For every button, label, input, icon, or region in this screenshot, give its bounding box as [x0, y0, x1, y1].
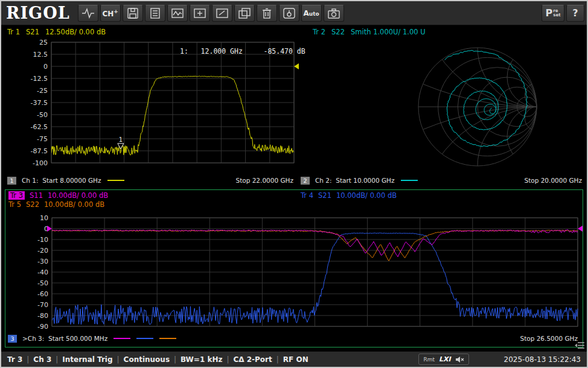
statusbar: Tr 3|Ch 3|Internal Trig|Continuous|BW=1 … — [1, 351, 587, 367]
preset-button[interactable]: P reset — [542, 5, 564, 22]
help-button[interactable]: ? — [566, 5, 584, 22]
svg-text:-50: -50 — [37, 111, 48, 119]
tr1-plot[interactable]: 2512.50-12.5-25-37.5-50-62.5-75-87.5-100… — [5, 39, 299, 167]
trace1-scale: 12.50dB/ 0.00 dB — [45, 28, 106, 36]
remote-indicator-box: Rmt LXI — [418, 354, 468, 365]
trace5-format: S22 — [26, 200, 39, 209]
cal-button[interactable] — [145, 5, 165, 22]
delete-button[interactable] — [257, 5, 277, 22]
channel3-badge[interactable]: 3 — [8, 335, 17, 343]
trace3-label[interactable]: Tr 3 — [8, 191, 25, 200]
channel2-badge[interactable]: 2 — [301, 177, 310, 185]
trace5-swatch — [159, 338, 176, 339]
status-item: CΔ 2-Port — [233, 355, 272, 364]
svg-text:-37.5: -37.5 — [31, 99, 48, 107]
svg-text:-25: -25 — [37, 87, 48, 95]
channel-window-button[interactable] — [190, 5, 210, 22]
rigol-logo: RIGOL — [6, 4, 70, 22]
preset-label: P — [546, 7, 553, 19]
channel3-stop: Stop 26.5000 GHz — [520, 335, 578, 342]
tr345-plot[interactable]: 100-10-20-30-40-50-60-70-80-90 — [5, 214, 583, 330]
svg-text:-70: -70 — [37, 301, 48, 309]
trace-window-button[interactable] — [167, 5, 188, 22]
menu-collapse-icon[interactable] — [575, 341, 584, 349]
svg-text:1: 1 — [119, 136, 123, 143]
svg-text:-75: -75 — [37, 135, 48, 143]
save-recall-button[interactable] — [123, 5, 143, 22]
speaker-mute-icon[interactable] — [455, 356, 464, 363]
channel2-start: Ch 2: Start 10.0000 GHz — [315, 177, 395, 184]
status-item: Continuous — [124, 355, 170, 364]
trace1-format: S21 — [26, 28, 39, 36]
panel3-header-row1-right: Tr 4 S21 10.00dB/ 0.00 dB — [301, 191, 401, 200]
panel1-header: Tr 1 S21 12.50dB/ 0.00 dB — [7, 28, 112, 36]
svg-text:-90: -90 — [37, 323, 48, 330]
status-separator: | — [117, 355, 120, 364]
remote-label: Rmt — [423, 357, 435, 363]
channel2-bar: 2 Ch 2: Start 10.0000 GHz Stop 20.0000 G… — [298, 176, 586, 185]
trace4-swatch — [136, 338, 153, 339]
status-item: BW=1 kHz — [181, 355, 222, 364]
edit-window-button[interactable] — [212, 5, 232, 22]
preset-sublabel: reset — [553, 9, 560, 17]
copy-window-button[interactable] — [234, 5, 255, 22]
trace1-label[interactable]: Tr 1 — [7, 28, 20, 36]
trace1-swatch — [107, 180, 124, 181]
channel-window-icon — [193, 8, 206, 19]
help-label: ? — [572, 7, 578, 19]
camera-icon — [327, 8, 340, 19]
screenshot-button[interactable] — [324, 5, 344, 22]
channel1-badge[interactable]: 1 — [7, 177, 16, 185]
svg-text:-40: -40 — [37, 268, 48, 276]
svg-text:-50: -50 — [37, 279, 48, 287]
svg-text:-60: -60 — [37, 290, 48, 298]
measure-button[interactable] — [78, 5, 98, 22]
svg-text:25: 25 — [39, 39, 48, 46]
trace3-scale: 10.00dB/ 0.00 dB — [48, 191, 108, 200]
vna-screen: RIGOL CH+ Auto — [0, 0, 588, 368]
statusbar-right: Rmt LXI 2025-08-13 15:22:43 — [418, 354, 581, 365]
channel2-stop: Stop 20.0000 GHz — [524, 177, 582, 184]
trace5-label[interactable]: Tr 5 — [8, 200, 21, 209]
channel3-start: >Ch 3: Start 500.000 MHz — [22, 335, 107, 342]
svg-text:-30: -30 — [37, 258, 48, 265]
svg-text:0: 0 — [43, 63, 48, 71]
panel3-header-row1: Tr 3 S11 10.00dB/ 0.00 dB — [8, 191, 113, 200]
svg-text:-80: -80 — [37, 312, 48, 320]
trace4-label[interactable]: Tr 4 — [301, 191, 313, 200]
svg-text:-20: -20 — [37, 247, 48, 255]
trace2-label[interactable]: Tr 2 — [313, 28, 325, 36]
copy-window-icon — [238, 8, 251, 19]
pulse-icon — [81, 8, 95, 19]
trace2-swatch — [401, 180, 418, 181]
add-channel-button[interactable]: CH+ — [100, 5, 121, 22]
edit-window-icon — [216, 8, 229, 19]
status-item: Internal Trig — [62, 355, 112, 364]
status-item: RF ON — [283, 355, 308, 364]
trace4-format: S21 — [318, 191, 331, 200]
panel3-header-row2: Tr 5 S22 10.00dB/ 0.00 dB — [8, 200, 109, 209]
tr2-smith-chart[interactable] — [414, 43, 541, 170]
trash-icon — [260, 8, 273, 19]
touch-icon — [283, 8, 296, 19]
auto-button[interactable]: Auto — [301, 5, 322, 22]
channel3-bar: 3 >Ch 3: Start 500.000 MHz Stop 26.5000 … — [5, 334, 581, 343]
add-channel-label: CH+ — [102, 8, 118, 18]
trace3-format: S11 — [30, 191, 43, 200]
channel1-start: Ch 1: Start 8.00000 GHz — [22, 177, 101, 184]
svg-text:-62.5: -62.5 — [31, 123, 48, 131]
status-separator: | — [174, 355, 176, 364]
status-separator: | — [27, 355, 29, 364]
trace3-swatch — [113, 338, 130, 339]
touch-button[interactable] — [279, 5, 299, 22]
trace5-scale: 10.00dB/ 0.00 dB — [44, 200, 104, 209]
toolbar: RIGOL CH+ Auto — [1, 1, 587, 25]
chart-window-icon — [171, 8, 184, 19]
channel1-bar: 1 Ch 1: Start 8.00000 GHz Stop 22.0000 G… — [5, 176, 297, 185]
checklist-icon — [149, 8, 162, 19]
svg-text:-87.5: -87.5 — [31, 147, 48, 155]
active-channel-panel[interactable]: Tr 3 S11 10.00dB/ 0.00 dB Tr 4 S21 10.00… — [5, 189, 583, 347]
svg-text:10: 10 — [40, 214, 48, 222]
floppy-icon — [126, 8, 139, 19]
datetime: 2025-08-13 15:22:43 — [504, 355, 581, 364]
